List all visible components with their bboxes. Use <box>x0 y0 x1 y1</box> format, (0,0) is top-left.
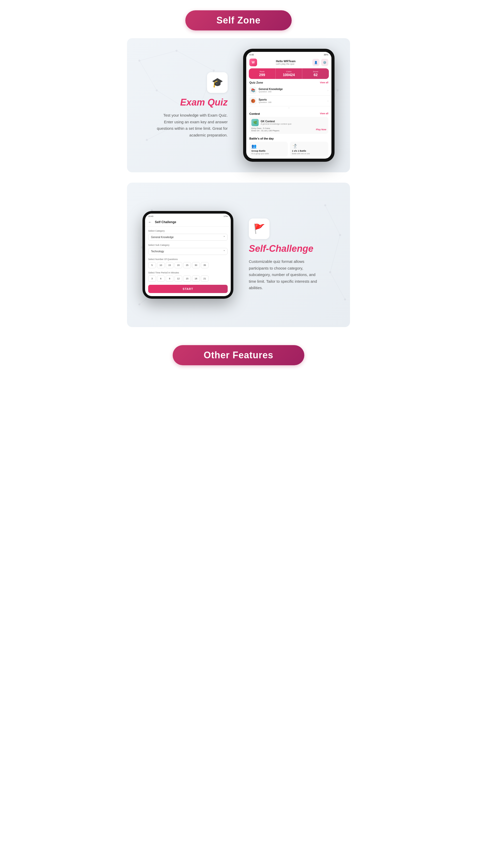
quiz-item-gk[interactable]: 📚 General Knowledge Question: 200 › <box>246 85 331 96</box>
svg-line-6 <box>139 51 177 61</box>
contest-icon: 🌿 <box>251 119 259 126</box>
header-pill: Self Zone <box>185 10 291 30</box>
battles-section: Battle's of the day 👥 Group Battle It's … <box>246 135 331 159</box>
t-num-12[interactable]: 12 <box>175 276 182 282</box>
footer-pill: Other Features <box>173 345 304 365</box>
sub-category-label: Select Sub Category <box>148 244 228 246</box>
quiz-sports-name: Sports <box>259 98 328 101</box>
contest-card[interactable]: 🌿 GK Contest A general knowledge contest… <box>249 117 328 134</box>
exam-title: Exam Quiz <box>180 97 228 108</box>
exam-description: Test your knowledge with Exam Quiz. Ente… <box>155 112 228 138</box>
settings-icon[interactable]: ⚙️ <box>321 59 328 66</box>
q-num-30[interactable]: 30 <box>192 262 200 268</box>
q-num-5[interactable]: 5 <box>148 262 156 268</box>
quiz-gk-name: General Knowledge <box>259 88 328 91</box>
header-title: Self Zone <box>216 15 261 26</box>
battle-group-desc: It's a group quiz battle <box>251 153 286 155</box>
quiz-zone-header: Quiz Zone View all <box>246 79 331 85</box>
sc-battery: 17% <box>223 215 228 217</box>
quiz-sports-arrow: › <box>328 99 328 102</box>
svg-point-1 <box>176 50 178 52</box>
t-num-21[interactable]: 21 <box>201 276 209 282</box>
rank-stat: Rank 299 <box>249 68 276 79</box>
q-num-10[interactable]: 10 <box>157 262 165 268</box>
t-num-15[interactable]: 15 <box>183 276 191 282</box>
user-subtitle: Let's play the quiz <box>276 63 296 65</box>
quiz-sports-count: Question: 180 <box>259 101 328 103</box>
contest-bottom: Entry Fees : 5 Coins Ends On : 31-Jul | … <box>251 127 326 132</box>
svg-line-7 <box>177 51 214 71</box>
contest-name: GK Contest <box>261 120 291 123</box>
play-now-btn[interactable]: Play Now <box>316 128 326 131</box>
category-value: General Knowledge <box>151 236 174 239</box>
coins-value: 100424 <box>277 73 301 77</box>
notification-icon[interactable]: 👤 <box>312 59 320 66</box>
contest-view-all[interactable]: View all <box>320 112 328 115</box>
contest-entry: Entry Fees : 5 Coins <box>251 127 279 129</box>
time-label: Select Time Period In Minutes <box>148 271 228 274</box>
questions-label: Select Number Of Questions <box>148 258 228 260</box>
expand-chevron[interactable]: ˅ <box>246 106 331 111</box>
quiz-item-sports[interactable]: 🏀 Sports Question: 180 › <box>246 96 331 106</box>
t-num-18[interactable]: 18 <box>192 276 200 282</box>
stats-bar: Rank 299 Coins 100424 Score 62 <box>249 68 329 79</box>
contest-details: Entry Fees : 5 Coins Ends On : 31-Jul | … <box>251 127 279 132</box>
t-num-3[interactable]: 3 <box>148 276 156 282</box>
header-icon-group: 👤 ⚙️ <box>312 59 328 66</box>
challenge-text-side: 🚩 Self-Challenge Customizable quiz forma… <box>244 218 334 291</box>
challenge-icon-box: 🚩 <box>249 218 269 239</box>
battles-title: Battle's of the day <box>249 137 328 140</box>
contest-ends: Ends On : 31-Jul | 130 Players <box>251 129 279 132</box>
sc-header: ← Self Challenge <box>145 218 231 226</box>
q-num-25[interactable]: 25 <box>183 262 191 268</box>
greeting-block: Hello WRTeam Let's play the quiz <box>276 60 296 65</box>
quiz-zone-title: Quiz Zone <box>249 81 263 84</box>
sub-category-chevron: ˅ <box>223 250 225 253</box>
rank-value: 299 <box>250 73 274 77</box>
quiz-view-all[interactable]: View all <box>320 81 328 84</box>
battle-1v1-name: 1 v/s 1 Battle <box>292 150 326 152</box>
score-stat: Score 62 <box>302 68 329 79</box>
quiz-gk-info: General Knowledge Question: 200 <box>259 88 328 93</box>
start-button[interactable]: START <box>148 285 228 293</box>
t-num-9[interactable]: 9 <box>166 276 174 282</box>
challenge-phone-mockup: 10:43 17% ← Self Challenge Select Catego… <box>143 211 233 299</box>
q-num-35[interactable]: 35 <box>201 262 209 268</box>
sc-screen-title: Self Challenge <box>155 220 176 224</box>
category-select[interactable]: General Knowledge ˅ <box>148 234 228 241</box>
quiz-gk-count: Question: 200 <box>259 91 328 93</box>
score-value: 62 <box>304 73 327 77</box>
back-button[interactable]: ← <box>148 220 152 224</box>
q-num-15[interactable]: 15 <box>166 262 174 268</box>
quiz-sports-icon: 🏀 <box>249 97 257 104</box>
flag-runner-icon: 🚩 <box>254 223 265 234</box>
app-logo: W <box>249 59 257 66</box>
header-section: Self Zone <box>119 0 358 38</box>
challenge-phone-screen: 10:43 17% ← Self Challenge Select Catego… <box>145 214 231 296</box>
graduation-icon: 🎓 <box>212 77 223 88</box>
footer-title: Other Features <box>204 350 273 360</box>
battle-group-icon: 👥 <box>251 144 286 149</box>
exam-phone-mockup: 4:40 36% W Hello WRTeam Let's play the q… <box>243 49 334 162</box>
contest-header: Contest View all <box>249 112 328 115</box>
sub-category-select[interactable]: Technology ˅ <box>148 248 228 255</box>
sc-time: 10:43 <box>148 215 153 217</box>
quiz-sports-info: Sports Question: 180 <box>259 98 328 103</box>
exam-text-side: 🎓 Exam Quiz Test your knowledge with Exa… <box>143 72 233 138</box>
sub-category-value: Technology <box>151 250 164 253</box>
status-bar: 4:40 36% <box>246 52 331 57</box>
battle-1v1[interactable]: 🤺 1 v/s 1 Battle Battle with one on one <box>290 142 328 157</box>
app-header: W Hello WRTeam Let's play the quiz 👤 ⚙️ <box>246 57 331 68</box>
battles-row: 👥 Group Battle It's a group quiz battle … <box>249 142 328 157</box>
battle-group[interactable]: 👥 Group Battle It's a group quiz battle <box>249 142 288 157</box>
contest-section: Contest View all 🌿 GK Contest A general … <box>246 111 331 135</box>
t-num-6[interactable]: 6 <box>157 276 165 282</box>
coins-label: Coins <box>277 70 301 73</box>
challenge-description: Customizable quiz format allows particip… <box>249 258 321 291</box>
exam-quiz-section: 🎓 Exam Quiz Test your knowledge with Exa… <box>127 38 350 172</box>
q-num-20[interactable]: 20 <box>175 262 182 268</box>
contest-desc: A general knowledge contest quiz <box>261 123 291 125</box>
battle-1v1-desc: Battle with one on one <box>292 153 326 155</box>
contest-info: GK Contest A general knowledge contest q… <box>261 120 291 125</box>
sc-status-bar: 10:43 17% <box>145 214 231 218</box>
